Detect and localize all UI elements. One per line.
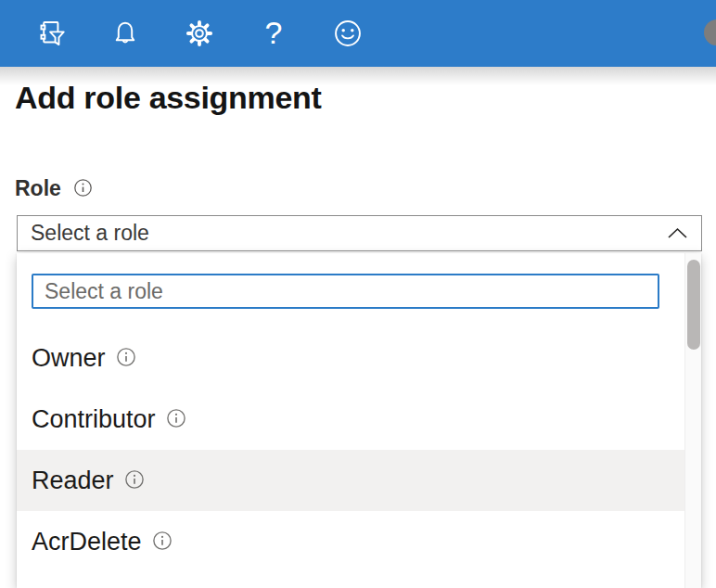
screen: ? Add role assignment Role — [0, 0, 716, 588]
role-option-info-button[interactable] — [116, 347, 136, 370]
info-icon — [166, 408, 186, 431]
role-option[interactable]: Contributor — [17, 389, 684, 450]
role-option-label: AcrDelete — [32, 528, 142, 556]
settings-gear-icon — [185, 19, 214, 48]
role-option-label: Contributor — [32, 405, 156, 434]
role-dropdown-panel: Owner Contributor Reader — [17, 253, 701, 588]
role-info-button[interactable] — [73, 178, 93, 200]
info-icon — [116, 347, 136, 370]
role-option-info-button[interactable] — [152, 530, 173, 554]
role-search-input[interactable] — [32, 274, 659, 309]
scrollbar-thumb[interactable] — [687, 260, 700, 350]
directory-filter-icon — [36, 19, 66, 48]
role-option-label: Owner — [32, 344, 106, 373]
role-option-info-button[interactable] — [166, 408, 186, 431]
role-select-value: Select a role — [31, 221, 667, 246]
role-option[interactable]: Owner — [17, 327, 684, 389]
role-field-label-row: Role — [15, 176, 93, 201]
help-button[interactable]: ? — [257, 17, 290, 50]
feedback-button[interactable] — [331, 17, 364, 50]
role-option[interactable]: AcrDelete — [17, 511, 684, 572]
notifications-bell-icon — [110, 19, 140, 48]
avatar[interactable] — [704, 19, 716, 45]
feedback-smiley-icon — [333, 19, 363, 48]
page-title: Add role assignment — [15, 80, 322, 116]
directory-filter-button[interactable] — [34, 17, 68, 50]
settings-button[interactable] — [183, 17, 216, 50]
chevron-up-icon — [667, 227, 688, 239]
role-label: Role — [15, 176, 61, 201]
role-options-list: Owner Contributor Reader — [17, 327, 684, 588]
help-question-icon: ? — [265, 17, 283, 48]
role-option-label: Reader — [32, 467, 114, 495]
info-icon — [73, 178, 93, 200]
role-option-info-button[interactable] — [124, 469, 145, 492]
dropdown-scrollbar[interactable] — [684, 253, 701, 588]
role-option[interactable]: Reader — [17, 450, 684, 511]
info-icon — [124, 469, 145, 492]
info-icon — [152, 530, 173, 554]
role-select[interactable]: Select a role — [17, 215, 702, 251]
top-nav-bar: ? — [0, 0, 716, 67]
notifications-button[interactable] — [109, 17, 142, 50]
